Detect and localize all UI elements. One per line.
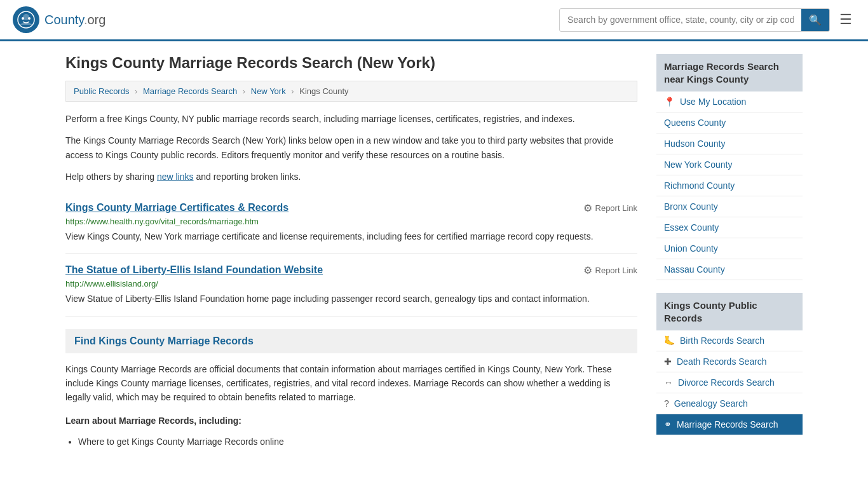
sidebar-item-use-my-location[interactable]: 📍 Use My Location xyxy=(656,92,803,112)
intro-text-1: Perform a free Kings County, NY public m… xyxy=(65,112,637,126)
report-icon-1: ⚙ xyxy=(583,202,592,214)
result-url-2: http://www.ellisisland.org/ xyxy=(65,279,637,288)
result-url-1: https://www.health.ny.gov/vital_records/… xyxy=(65,217,637,226)
nassau-county-link[interactable]: Nassau County xyxy=(664,264,725,274)
sidebar-public-records-title: Kings County Public Records xyxy=(664,299,795,324)
breadcrumb-new-york[interactable]: New York xyxy=(251,86,286,96)
richmond-county-link[interactable]: Richmond County xyxy=(664,180,735,191)
header-right: 🔍 ☰ xyxy=(559,8,855,32)
death-records-icon: ✚ xyxy=(664,356,672,367)
find-section: Find Kings County Marriage Records Kings… xyxy=(65,329,637,447)
search-bar: 🔍 xyxy=(559,8,830,32)
sidebar-item-union-county[interactable]: Union County xyxy=(656,238,803,259)
divorce-records-link[interactable]: Divorce Records Search xyxy=(678,377,775,388)
sidebar-item-marriage-records[interactable]: ⚭ Marriage Records Search xyxy=(656,414,803,435)
death-records-link[interactable]: Death Records Search xyxy=(677,356,767,367)
result-header-2: The Statue of Liberty-Ellis Island Found… xyxy=(65,264,637,276)
sidebar-item-bronx-county[interactable]: Bronx County xyxy=(656,196,803,217)
bronx-county-link[interactable]: Bronx County xyxy=(664,201,718,212)
result-title-1[interactable]: Kings County Marriage Certificates & Rec… xyxy=(65,202,288,214)
sidebar-nearby-header: Marriage Records Search near Kings Count… xyxy=(656,54,803,92)
hudson-county-link[interactable]: Hudson County xyxy=(664,139,726,149)
sidebar-item-death-records[interactable]: ✚ Death Records Search xyxy=(656,351,803,372)
report-link-1[interactable]: ⚙ Report Link xyxy=(583,202,637,214)
marriage-records-link[interactable]: Marriage Records Search xyxy=(677,419,778,430)
result-item-2: The Statue of Liberty-Ellis Island Found… xyxy=(65,254,637,316)
breadcrumb: Public Records › Marriage Records Search… xyxy=(65,81,637,102)
result-header-1: Kings County Marriage Certificates & Rec… xyxy=(65,202,637,214)
new-links-link[interactable]: new links xyxy=(157,172,194,182)
search-button[interactable]: 🔍 xyxy=(801,9,829,31)
essex-county-link[interactable]: Essex County xyxy=(664,222,719,233)
hamburger-icon: ☰ xyxy=(839,11,852,27)
sidebar-item-birth-records[interactable]: 🦶 Birth Records Search xyxy=(656,330,803,351)
breadcrumb-kings-county: Kings County xyxy=(299,86,348,96)
result-item-1: Kings County Marriage Certificates & Rec… xyxy=(65,192,637,254)
report-icon-2: ⚙ xyxy=(583,264,592,276)
queens-county-link[interactable]: Queens County xyxy=(664,118,726,128)
sidebar-nearby-title: Marriage Records Search near Kings Count… xyxy=(664,60,795,85)
find-section-title: Find Kings County Marriage Records xyxy=(74,336,628,347)
logo-icon xyxy=(13,6,39,33)
genealogy-icon: ? xyxy=(664,398,669,409)
svg-point-2 xyxy=(22,17,24,20)
find-section-header: Find Kings County Marriage Records xyxy=(65,329,637,353)
list-item: Where to get Kings County Marriage Recor… xyxy=(78,437,637,447)
new-york-county-link[interactable]: New York County xyxy=(664,159,732,170)
birth-records-icon: 🦶 xyxy=(664,336,675,346)
result-desc-2: View Statue of Liberty-Ellis Island Foun… xyxy=(65,292,637,306)
union-county-link[interactable]: Union County xyxy=(664,243,718,254)
logo-text: County.org xyxy=(44,13,105,27)
marriage-records-icon: ⚭ xyxy=(664,419,672,430)
svg-point-1 xyxy=(23,14,29,20)
sidebar-item-genealogy-search[interactable]: ? Genealogy Search xyxy=(656,393,803,414)
sidebar-item-essex-county[interactable]: Essex County xyxy=(656,217,803,238)
breadcrumb-marriage-records-search[interactable]: Marriage Records Search xyxy=(143,86,237,96)
logo-area: County.org xyxy=(13,6,105,33)
sidebar-public-records-header: Kings County Public Records xyxy=(656,293,803,330)
learn-title: Learn about Marriage Records, including: xyxy=(65,414,637,428)
search-icon: 🔍 xyxy=(809,15,822,25)
sidebar-public-records-section: Kings County Public Records 🦶 Birth Reco… xyxy=(656,293,803,435)
page-title: Kings County Marriage Records Search (Ne… xyxy=(65,54,637,72)
find-section-body: Kings County Marriage Records are offici… xyxy=(65,362,637,405)
svg-point-3 xyxy=(28,17,31,20)
result-title-2[interactable]: The Statue of Liberty-Ellis Island Found… xyxy=(65,264,323,276)
breadcrumb-public-records[interactable]: Public Records xyxy=(74,86,129,96)
sidebar-nearby-section: Marriage Records Search near Kings Count… xyxy=(656,54,803,280)
search-input[interactable] xyxy=(560,10,801,30)
result-desc-1: View Kings County, New York marriage cer… xyxy=(65,230,637,243)
divorce-records-icon: ↔ xyxy=(664,377,673,388)
sidebar-item-divorce-records[interactable]: ↔ Divorce Records Search xyxy=(656,372,803,393)
report-link-2[interactable]: ⚙ Report Link xyxy=(583,264,637,276)
menu-button[interactable]: ☰ xyxy=(836,8,855,31)
sidebar: Marriage Records Search near Kings Count… xyxy=(656,54,803,449)
sidebar-item-nassau-county[interactable]: Nassau County xyxy=(656,259,803,280)
genealogy-search-link[interactable]: Genealogy Search xyxy=(674,398,748,409)
sidebar-item-new-york-county[interactable]: New York County xyxy=(656,154,803,175)
sidebar-item-richmond-county[interactable]: Richmond County xyxy=(656,175,803,196)
main-content: Kings County Marriage Records Search (Ne… xyxy=(53,41,815,462)
content-area: Kings County Marriage Records Search (Ne… xyxy=(65,54,637,449)
location-icon: 📍 xyxy=(664,97,675,107)
sidebar-item-hudson-county[interactable]: Hudson County xyxy=(656,133,803,154)
bullet-list: Where to get Kings County Marriage Recor… xyxy=(78,437,637,447)
sidebar-item-queens-county[interactable]: Queens County xyxy=(656,112,803,133)
intro-text-3: Help others by sharing new links and rep… xyxy=(65,170,637,184)
birth-records-link[interactable]: Birth Records Search xyxy=(680,336,764,346)
use-my-location-link[interactable]: Use My Location xyxy=(680,97,746,107)
intro-text-2: The Kings County Marriage Records Search… xyxy=(65,133,637,162)
site-header: County.org 🔍 ☰ xyxy=(0,0,868,41)
